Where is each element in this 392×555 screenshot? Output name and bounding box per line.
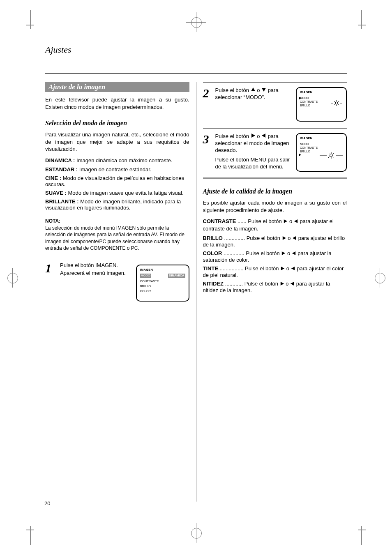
svg-marker-25 — [293, 236, 296, 240]
left-icon — [261, 133, 266, 140]
adj-label: TINTE — [203, 265, 219, 272]
txt: o — [257, 87, 260, 93]
osd-line: MODO — [300, 96, 318, 100]
svg-line-19 — [328, 157, 330, 158]
intro-text: En este televisor puede ajustar la image… — [45, 96, 189, 111]
right-icon — [283, 218, 288, 226]
section-bar: Ajuste de la imagen — [45, 82, 189, 92]
dots: ............ — [225, 281, 244, 287]
svg-marker-1 — [262, 88, 266, 92]
mode-brillante: BRILLANTE : Modo de imagen brillante, in… — [45, 198, 189, 211]
osd-line: MODO — [300, 142, 318, 146]
adj-tinte: TINTE................. Pulse el botón o … — [203, 265, 347, 278]
svg-line-6 — [334, 101, 335, 102]
svg-line-9 — [338, 104, 339, 105]
step-number: 3 — [203, 133, 212, 145]
adj-color: COLOR .............. Pulse el botón o pa… — [203, 250, 347, 263]
right-column: 2 Pulse el botón o para seleccionar “MOD… — [196, 62, 347, 502]
crop-mark — [358, 530, 366, 530]
step-text: Pulse el botón IMAGEN. Aparecerá el menú… — [60, 262, 189, 302]
register-mark-icon — [186, 12, 206, 32]
register-mark-icon — [370, 268, 390, 288]
osd-row-modo-val: DINAMICA — [168, 274, 185, 278]
osd-row-brillo: BRILLO — [140, 284, 151, 288]
osd-screen-3: IMAGEN MODO CONTRASTE BRILLO — [296, 133, 347, 172]
brightness-wide-icon — [320, 152, 343, 160]
txt: o — [257, 133, 260, 139]
step-2: 2 Pulse el botón o para seleccionar “MOD… — [203, 87, 347, 122]
svg-point-10 — [335, 102, 338, 104]
content: Ajuste de la imagen En este televisor pu… — [45, 62, 347, 502]
cursor-icon — [299, 154, 301, 157]
txt: o — [289, 218, 294, 224]
osd-line: BRILLO — [300, 104, 318, 107]
svg-line-7 — [338, 101, 339, 102]
svg-marker-12 — [262, 134, 265, 138]
txt: Pulse el botón MENU para salir de la vis… — [215, 157, 293, 170]
mode-label: SUAVE : — [45, 190, 67, 196]
osd-line: CONTRASTE — [300, 146, 318, 150]
svg-marker-28 — [281, 267, 284, 270]
svg-line-18 — [333, 153, 334, 154]
separator-thick — [203, 177, 347, 179]
osd-row-modo: MODO — [140, 274, 151, 278]
svg-marker-26 — [282, 251, 285, 255]
dots: ...... — [238, 218, 248, 224]
mode-cine: CINE : Modo de visualización de película… — [45, 175, 189, 187]
adj-label: CONTRASTE — [203, 218, 238, 224]
left-icon — [290, 281, 295, 287]
osd-row-color: COLOR — [140, 289, 151, 293]
osd-line: BRILLO — [300, 150, 318, 153]
step-number: 2 — [203, 87, 212, 99]
txt: Pulse el botón — [215, 87, 249, 93]
right-icon — [281, 251, 286, 257]
left-icon — [292, 235, 297, 242]
step-line1: Pulse el botón IMAGEN. — [60, 262, 132, 269]
step-number: 1 — [45, 262, 54, 274]
dots: .............. — [224, 250, 246, 256]
mode-pre-text: Para visualizar una imagen natural, etc.… — [45, 131, 189, 153]
step-text: Pulse el botón o para seleccionar el mod… — [215, 133, 293, 170]
left-icon — [294, 218, 298, 226]
left-icon — [291, 266, 295, 272]
right-icon — [282, 235, 286, 242]
mode-label: CINE : — [45, 175, 61, 181]
txt: Pulse el botón — [215, 133, 249, 139]
crop-mark — [26, 25, 34, 25]
osd-title: IMAGEN — [300, 90, 312, 94]
txt: Pulse el botón — [247, 235, 282, 241]
crop-mark — [30, 10, 31, 29]
svg-marker-27 — [292, 251, 295, 255]
crop-mark — [361, 526, 362, 545]
osd-screen-1: IMAGEN MODO DINAMICA CONTRASTE BRILLO — [136, 265, 189, 302]
crop-mark — [358, 25, 366, 25]
svg-line-8 — [334, 104, 335, 105]
txt: Pulse el botón — [246, 250, 281, 256]
mode-label: BRILLANTE : — [45, 198, 79, 205]
brightness-icon — [331, 100, 342, 107]
svg-point-21 — [330, 154, 333, 157]
separator — [203, 128, 347, 129]
svg-marker-0 — [251, 88, 255, 91]
down-icon — [261, 87, 266, 94]
step-line2: Aparecerá el menú imagen. — [60, 270, 132, 277]
crop-mark — [361, 10, 362, 29]
crop-mark — [30, 526, 31, 545]
separator — [203, 82, 347, 83]
svg-marker-30 — [280, 282, 284, 286]
register-mark-icon — [186, 523, 206, 543]
txt: Pulse el botón — [244, 281, 280, 287]
txt: o — [286, 265, 291, 272]
svg-marker-29 — [291, 267, 294, 270]
mode-desc: Modo de imagen suave que evita la fatiga… — [68, 190, 183, 196]
osd-row-contraste: CONTRASTE — [140, 279, 159, 283]
svg-marker-23 — [294, 219, 297, 223]
crop-mark — [26, 530, 34, 530]
svg-line-17 — [328, 153, 330, 154]
mode-label: ESTANDAR : — [45, 166, 78, 173]
adj-brillo: BRILLO .............. Pulse el botón o p… — [203, 235, 347, 248]
osd-line: CONTRASTE — [300, 100, 318, 104]
txt: Pulse el botón — [248, 218, 283, 224]
txt: o — [288, 235, 292, 241]
mode-label: DINAMICA : — [45, 157, 75, 164]
